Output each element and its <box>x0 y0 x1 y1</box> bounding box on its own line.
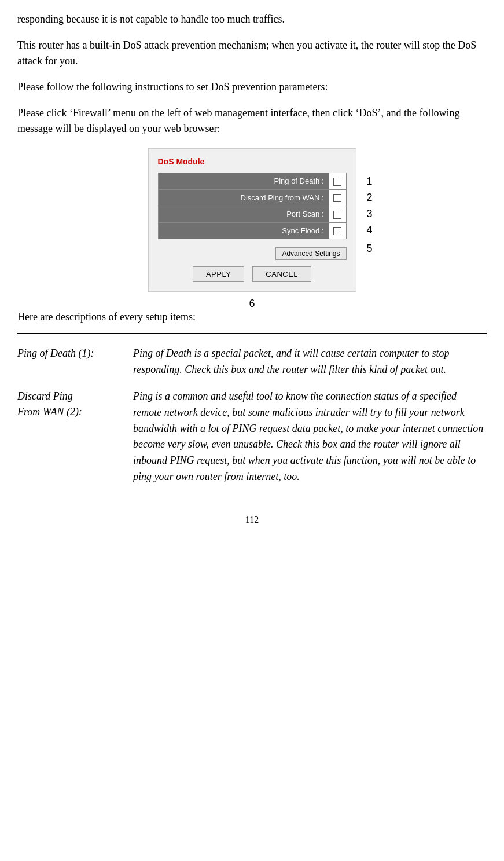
sync-flood-check[interactable] <box>329 222 346 239</box>
checkbox-4[interactable] <box>333 227 341 235</box>
checkbox-1[interactable] <box>333 178 341 186</box>
checkbox-2[interactable] <box>333 194 341 202</box>
descriptions-heading: Here are descriptions of every setup ite… <box>17 309 487 325</box>
section-divider <box>17 333 487 334</box>
checkbox-3[interactable] <box>333 211 341 219</box>
intro-para4: Please click ‘Firewall’ menu on the left… <box>17 105 487 137</box>
advanced-settings-button[interactable]: Advanced Settings <box>275 247 346 260</box>
intro-para2: This router has a built-in DoS attack pr… <box>17 38 487 69</box>
dos-diagram-wrapper: DoS Module Ping of Death : Discard Ping … <box>148 148 356 292</box>
intro-para1: responding because it is not capable to … <box>17 12 487 27</box>
number-label-3: 3 <box>366 206 372 222</box>
number-label-2: 2 <box>366 190 372 206</box>
discard-ping-label: Discard Ping from WAN : <box>158 189 329 206</box>
table-row: Port Scan : <box>158 206 346 223</box>
desc-row-2: Discard Ping From WAN (2): Ping is a com… <box>17 389 487 496</box>
number-label-5: 5 <box>366 241 372 257</box>
descriptions-table: Ping of Death (1): Ping of Death is a sp… <box>17 346 487 496</box>
dos-buttons-row: APPLY CANCEL <box>158 266 347 282</box>
dos-diagram: DoS Module Ping of Death : Discard Ping … <box>17 148 487 292</box>
number-label-1: 1 <box>366 174 372 189</box>
number-label-6: 6 <box>249 296 255 312</box>
dos-module-title: DoS Module <box>158 156 347 168</box>
discard-ping-desc-text: Ping is a common and useful tool to know… <box>133 389 487 496</box>
discard-ping-check[interactable] <box>329 189 346 206</box>
page-number: 112 <box>17 513 487 527</box>
table-row: Ping of Death : <box>158 173 346 190</box>
desc-row-1: Ping of Death (1): Ping of Death is a sp… <box>17 346 487 389</box>
ping-of-death-label: Ping of Death : <box>158 173 329 190</box>
intro-para3: Please follow the following instructions… <box>17 79 487 95</box>
dos-module-box: DoS Module Ping of Death : Discard Ping … <box>148 148 356 292</box>
sync-flood-label: Sync Flood : <box>158 222 329 239</box>
ping-of-death-desc-text: Ping of Death is a special packet, and i… <box>133 346 487 389</box>
apply-button[interactable]: APPLY <box>193 266 244 282</box>
port-scan-check[interactable] <box>329 206 346 223</box>
dos-table: Ping of Death : Discard Ping from WAN : … <box>158 173 347 239</box>
table-row: Discard Ping from WAN : <box>158 189 346 206</box>
advanced-settings-row: Advanced Settings <box>158 245 347 261</box>
number-label-4: 4 <box>366 222 372 238</box>
ping-of-death-check[interactable] <box>329 173 346 190</box>
port-scan-label: Port Scan : <box>158 206 329 223</box>
ping-of-death-desc-label: Ping of Death (1): <box>17 346 133 389</box>
cancel-button[interactable]: CANCEL <box>252 266 311 282</box>
table-row: Sync Flood : <box>158 222 346 239</box>
discard-ping-desc-label: Discard Ping From WAN (2): <box>17 389 133 496</box>
